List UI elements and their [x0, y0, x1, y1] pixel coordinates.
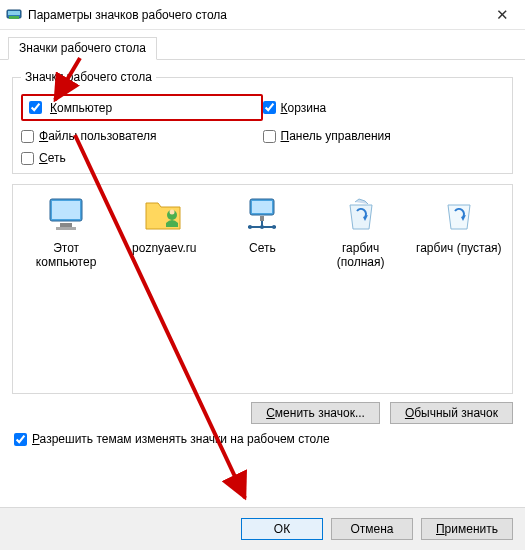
group-legend: Значки рабочего стола [21, 70, 156, 84]
cancel-button[interactable]: Отмена [331, 518, 413, 540]
recycle-full-icon [343, 197, 379, 233]
preview-item-user[interactable]: poznyaev.ru [120, 195, 208, 255]
change-icon-button[interactable]: Сменить значок... [251, 402, 380, 424]
preview-label: гарбич (полная) [317, 241, 405, 270]
checkbox-network-label: Сеть [39, 151, 66, 165]
window-title: Параметры значков рабочего стола [28, 8, 480, 22]
app-icon [6, 7, 22, 23]
svg-rect-6 [56, 227, 76, 230]
checkbox-computer[interactable] [29, 101, 42, 114]
monitor-icon [46, 197, 86, 233]
checkbox-userfiles-row[interactable]: Файлы пользователя [21, 129, 263, 143]
checkbox-controlpanel-row[interactable]: Панель управления [263, 129, 505, 143]
preview-label: Этот компьютер [22, 241, 110, 270]
close-button[interactable]: ✕ [480, 6, 525, 24]
checkbox-controlpanel-label: Панель управления [281, 129, 391, 143]
checkbox-userfiles-label: Файлы пользователя [39, 129, 156, 143]
checkbox-recycle[interactable] [263, 101, 276, 114]
preview-item-network[interactable]: Сеть [218, 195, 306, 255]
svg-point-13 [248, 225, 252, 229]
allow-themes-checkbox[interactable] [14, 433, 27, 446]
title-bar: Параметры значков рабочего стола ✕ [0, 0, 525, 30]
ok-button[interactable]: ОК [241, 518, 323, 540]
preview-item-recycle-empty[interactable]: гарбич (пустая) [415, 195, 503, 255]
preview-label: poznyaev.ru [120, 241, 208, 255]
default-icon-button[interactable]: Обычный значок [390, 402, 513, 424]
checkbox-controlpanel[interactable] [263, 130, 276, 143]
folder-user-icon [144, 197, 184, 233]
svg-point-8 [170, 210, 175, 215]
checkbox-network[interactable] [21, 152, 34, 165]
svg-rect-10 [252, 201, 272, 213]
allow-themes-row[interactable]: Разрешить темам изменять значки на рабоч… [14, 432, 511, 446]
preview-item-computer[interactable]: Этот компьютер [22, 195, 110, 270]
preview-item-recycle-full[interactable]: гарбич (полная) [317, 195, 405, 270]
checkbox-userfiles[interactable] [21, 130, 34, 143]
preview-label: Сеть [218, 241, 306, 255]
recycle-empty-icon [441, 197, 477, 233]
svg-rect-5 [60, 223, 72, 227]
dialog-button-bar: ОК Отмена Применить [0, 507, 525, 550]
preview-label: гарбич (пустая) [415, 241, 503, 255]
svg-point-15 [272, 225, 276, 229]
svg-rect-2 [8, 11, 20, 15]
tab-desktop-icons[interactable]: Значки рабочего стола [8, 37, 157, 60]
tab-strip: Значки рабочего стола [0, 36, 525, 60]
svg-rect-4 [52, 201, 80, 219]
allow-themes-label: Разрешить темам изменять значки на рабоч… [32, 432, 330, 446]
checkbox-computer-highlight: Компьютер [21, 94, 263, 121]
checkbox-recycle-row[interactable]: Корзина [263, 94, 505, 121]
icon-preview-pane: Этот компьютер poznyaev.ru Сеть [12, 184, 513, 394]
svg-rect-11 [260, 216, 264, 221]
checkbox-network-row[interactable]: Сеть [21, 151, 263, 165]
apply-button[interactable]: Применить [421, 518, 513, 540]
icons-group: Значки рабочего стола Компьютер Корзина … [12, 70, 513, 174]
checkbox-recycle-label: Корзина [281, 101, 327, 115]
network-icon [242, 197, 282, 233]
svg-rect-1 [9, 16, 19, 19]
checkbox-computer-label: Компьютер [50, 101, 112, 115]
